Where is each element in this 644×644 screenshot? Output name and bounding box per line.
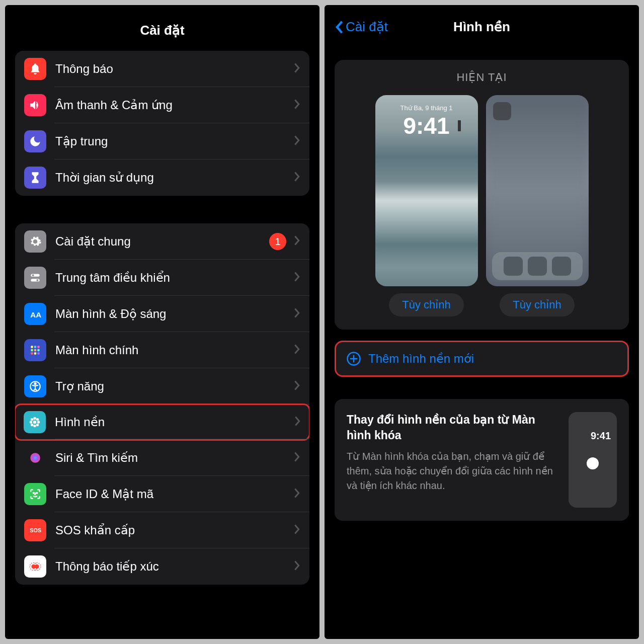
svg-point-21 [31, 418, 33, 421]
row-homescreen[interactable]: Màn hình chính [15, 332, 309, 368]
add-wallpaper-button[interactable]: Thêm hình nền mới [335, 341, 629, 377]
svg-point-27 [36, 493, 37, 494]
dock-app-icon [528, 257, 547, 276]
svg-rect-12 [34, 352, 36, 354]
row-exposure[interactable]: Thông báo tiếp xúc [15, 548, 309, 585]
chevron-right-icon [293, 135, 300, 148]
lighthouse-silhouette [458, 120, 461, 131]
lock-time: 9:41 [375, 112, 478, 139]
current-wallpaper-card: HIỆN TẠI Thứ Ba, 9 tháng 1 9:41 Tùy chỉn… [335, 60, 629, 330]
wallpaper-title: Hình nền [453, 19, 510, 35]
gear-icon [24, 230, 46, 253]
row-label: Màn hình & Độ sáng [55, 307, 293, 321]
row-siri[interactable]: Siri & Tìm kiếm [15, 440, 309, 476]
row-sounds[interactable]: Âm thanh & Cảm ứng [15, 87, 309, 123]
lock-date: Thứ Ba, 9 tháng 1 [375, 104, 478, 112]
flower-icon [24, 411, 46, 433]
svg-point-22 [36, 418, 39, 421]
row-label: Tập trung [55, 134, 293, 148]
plus-circle-icon [346, 351, 361, 366]
svg-rect-10 [37, 349, 39, 351]
svg-point-20 [37, 421, 40, 423]
settings-group-1: Thông báo Âm thanh & Cảm ứng Tập trung T… [15, 51, 309, 196]
row-label: Face ID & Mật mã [55, 487, 293, 501]
chevron-right-icon [293, 62, 300, 75]
svg-point-26 [33, 493, 34, 494]
info-card: Thay đổi hình nền của bạn từ Màn hình kh… [335, 399, 629, 521]
row-label: SOS khẩn cấp [55, 523, 293, 537]
dock [492, 252, 583, 280]
svg-rect-5 [31, 346, 33, 348]
faceid-icon [24, 483, 46, 505]
current-label: HIỆN TẠI [344, 71, 620, 84]
svg-point-15 [34, 383, 36, 384]
row-control-center[interactable]: Trung tâm điều khiển [15, 260, 309, 296]
svg-rect-8 [31, 349, 33, 351]
accessibility-icon [24, 375, 46, 397]
bell-icon [24, 58, 46, 80]
svg-point-2 [32, 274, 34, 276]
mini-time: 9:41 [591, 430, 611, 442]
svg-text:AA: AA [30, 310, 41, 319]
grid-icon [24, 339, 46, 361]
dock-app-icon [504, 257, 523, 276]
siri-icon [24, 447, 46, 469]
row-label: Hình nền [55, 415, 294, 429]
row-screentime[interactable]: Thời gian sử dụng [15, 159, 309, 196]
info-title: Thay đổi hình nền của bạn từ Màn hình kh… [347, 412, 557, 443]
add-wallpaper-label: Thêm hình nền mới [368, 352, 474, 366]
row-general[interactable]: Cài đặt chung 1 [15, 223, 309, 260]
badge-count: 1 [269, 233, 286, 250]
svg-point-17 [33, 417, 36, 420]
exposure-icon [24, 555, 46, 578]
svg-point-25 [30, 453, 40, 463]
sos-icon: SOS [24, 519, 46, 541]
chevron-right-icon [293, 560, 300, 573]
svg-point-23 [31, 424, 33, 426]
customize-home-button[interactable]: Tùy chỉnh [500, 293, 575, 316]
settings-group-2: Cài đặt chung 1 Trung tâm điều khiển AA … [15, 223, 309, 585]
row-display[interactable]: AA Màn hình & Độ sáng [15, 296, 309, 332]
settings-header: Cài đặt [5, 5, 319, 51]
settings-panel: Cài đặt Thông báo Âm thanh & Cảm ứng Tập… [5, 5, 319, 639]
back-button[interactable]: Cài đặt [335, 19, 388, 35]
homescreen-preview[interactable] [486, 95, 589, 286]
row-accessibility[interactable]: Trợ năng [15, 368, 309, 405]
moon-icon [24, 130, 46, 152]
speaker-icon [24, 94, 46, 116]
row-label: Màn hình chính [55, 343, 293, 357]
mini-touch-dot [587, 457, 599, 469]
row-wallpaper[interactable]: Hình nền [15, 404, 309, 441]
chevron-right-icon [293, 524, 300, 537]
svg-rect-6 [34, 346, 36, 348]
chevron-right-icon [293, 488, 300, 501]
svg-point-18 [33, 425, 36, 427]
svg-point-24 [36, 424, 39, 426]
svg-rect-9 [34, 349, 36, 351]
wallpaper-header: Cài đặt Hình nền [325, 5, 639, 45]
customize-lock-button[interactable]: Tùy chỉnh [389, 293, 464, 316]
back-label: Cài đặt [346, 19, 388, 35]
row-label: Trung tâm điều khiển [55, 271, 293, 285]
widget-placeholder [493, 102, 511, 120]
row-notifications[interactable]: Thông báo [15, 51, 309, 87]
row-label: Siri & Tìm kiếm [55, 451, 293, 465]
svg-rect-11 [31, 352, 33, 354]
svg-rect-7 [37, 346, 39, 348]
row-faceid[interactable]: Face ID & Mật mã [15, 476, 309, 512]
hourglass-icon [24, 167, 46, 189]
wallpaper-previews: Thứ Ba, 9 tháng 1 9:41 Tùy chỉnh [344, 95, 620, 316]
row-sos[interactable]: SOS SOS khẩn cấp [15, 512, 309, 548]
chevron-right-icon [293, 171, 300, 184]
row-focus[interactable]: Tập trung [15, 123, 309, 159]
chevron-right-icon [293, 451, 300, 464]
lockscreen-preview[interactable]: Thứ Ba, 9 tháng 1 9:41 [375, 95, 478, 286]
mini-phone-illustration: 9:41 [569, 412, 617, 508]
row-label: Âm thanh & Cảm ứng [55, 98, 293, 112]
row-label: Thời gian sử dụng [55, 171, 293, 185]
settings-title: Cài đặt [5, 23, 319, 38]
svg-point-19 [30, 421, 32, 423]
svg-text:SOS: SOS [30, 527, 41, 533]
chevron-right-icon [293, 380, 300, 393]
dock-app-icon [552, 257, 571, 276]
